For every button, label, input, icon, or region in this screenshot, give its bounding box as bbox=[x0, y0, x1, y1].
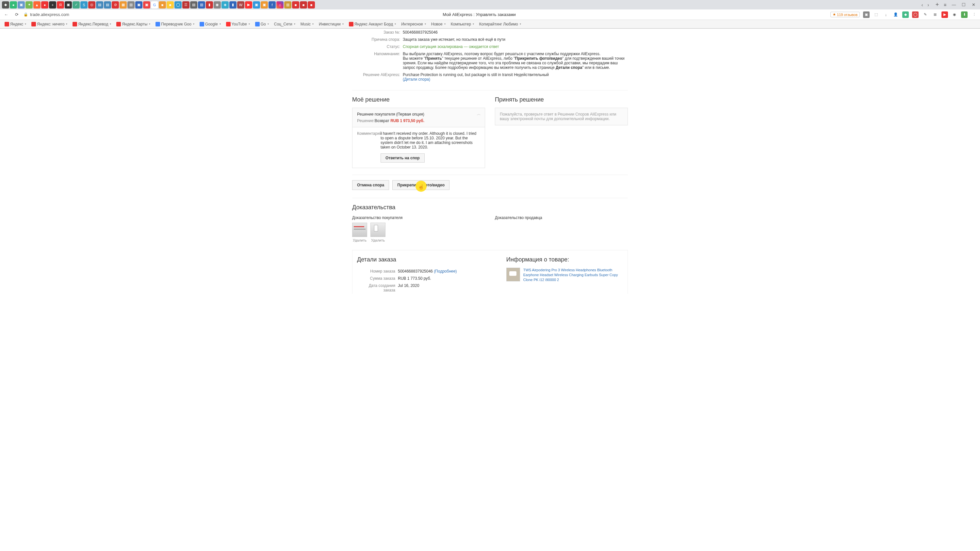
tab-item[interactable]: W bbox=[237, 1, 244, 8]
url-field[interactable]: 🔒 trade.aliexpress.com bbox=[24, 12, 128, 17]
order-sum-value: RUB 1 773.50 руб. bbox=[398, 276, 500, 281]
edit-icon[interactable]: ✎ bbox=[922, 11, 928, 18]
bookmark-item[interactable]: Google bbox=[197, 21, 223, 27]
solution-price: RUB 1 973,50 руб. bbox=[390, 119, 424, 123]
tab-item[interactable]: ● bbox=[41, 1, 48, 8]
tab-item[interactable]: ✓ bbox=[73, 1, 80, 8]
tab-item[interactable]: ▥ bbox=[198, 1, 205, 8]
new-tab-button[interactable]: + bbox=[934, 1, 941, 8]
tab-item[interactable]: ◉ bbox=[214, 1, 221, 8]
tab-item[interactable]: ■ bbox=[292, 1, 299, 8]
bookmark-item[interactable]: Соц_Сети bbox=[272, 21, 297, 27]
tab-item[interactable]: S bbox=[80, 1, 88, 8]
tab-item[interactable]: ▣ bbox=[18, 1, 25, 8]
extension-icon[interactable]: ↓ bbox=[883, 11, 889, 18]
reload-button[interactable]: ⟳ bbox=[13, 11, 20, 18]
bookmark-item[interactable]: Копирайтинг Любимо bbox=[477, 21, 523, 27]
tab-item[interactable]: ▶ bbox=[245, 1, 252, 8]
tab-item[interactable]: ⊘ bbox=[112, 1, 119, 8]
evidence-thumbnail[interactable] bbox=[371, 222, 385, 237]
tab-item[interactable]: ◆ bbox=[2, 1, 9, 8]
extension-icon[interactable]: ⊞ bbox=[932, 11, 938, 18]
bookmark-icon bbox=[116, 22, 121, 27]
bookmark-item[interactable]: Go bbox=[253, 21, 271, 27]
bookmark-item[interactable]: Компьютер bbox=[449, 21, 476, 27]
tab-item[interactable]: ▤ bbox=[104, 1, 111, 8]
extension-icon[interactable]: ◯ bbox=[912, 11, 919, 18]
extension-icon[interactable]: ⬇ bbox=[961, 11, 967, 18]
extension-icon[interactable]: ▶ bbox=[942, 11, 948, 18]
tab-item[interactable]: ◯ bbox=[175, 1, 181, 8]
back-button[interactable]: ← bbox=[3, 11, 10, 18]
tab-item[interactable]: ▥ bbox=[284, 1, 291, 8]
evidence-thumbnail[interactable] bbox=[352, 222, 367, 237]
reply-dispute-button[interactable]: Ответить на спор bbox=[380, 153, 425, 162]
extension-icon[interactable]: ◉ bbox=[951, 11, 958, 18]
bookmark-item[interactable]: Яндекс: ничего bbox=[29, 21, 69, 27]
url-text: trade.aliexpress.com bbox=[30, 12, 69, 17]
order-more-link[interactable]: (Подробнее) bbox=[434, 269, 457, 273]
tab-item[interactable]: ■ bbox=[167, 1, 174, 8]
tab-item[interactable]: ▮ bbox=[206, 1, 213, 8]
evidence-section: Доказательства Доказательство покупателя… bbox=[352, 198, 628, 242]
tab-item[interactable]: ■ bbox=[308, 1, 315, 8]
tabs-next-button[interactable]: › bbox=[926, 2, 930, 8]
tabs-menu-button[interactable]: ≡ bbox=[942, 1, 949, 8]
tab-item[interactable]: Я bbox=[57, 1, 64, 8]
bookmark-item[interactable]: Инвестиции bbox=[317, 21, 345, 27]
product-name-link[interactable]: TWS Airpodering Pro 3 Wireless Headphone… bbox=[523, 268, 623, 283]
bookmark-icon bbox=[73, 22, 77, 27]
tab-item[interactable]: ▦ bbox=[119, 1, 127, 8]
tab-item[interactable]: ⌂ bbox=[276, 1, 283, 8]
tab-item[interactable]: ▤ bbox=[190, 1, 197, 8]
tab-item[interactable]: ■ bbox=[300, 1, 307, 8]
dispute-details-link[interactable]: (Детали спора) bbox=[403, 77, 430, 82]
product-thumbnail[interactable] bbox=[506, 268, 520, 281]
tab-item[interactable]: ◈ bbox=[221, 1, 229, 8]
order-details-section: Детали заказа Номер заказа 5004668837925… bbox=[357, 256, 500, 294]
bookmark-item[interactable]: Яндекс bbox=[3, 21, 28, 27]
bookmark-item[interactable]: Яндекс Аккаунт Борд bbox=[347, 21, 398, 27]
tab-item[interactable]: ✦ bbox=[25, 1, 33, 8]
tab-item[interactable]: ▥ bbox=[127, 1, 135, 8]
delete-evidence-button[interactable]: Удалить bbox=[352, 238, 367, 242]
cancel-dispute-button[interactable]: Отмена спора bbox=[352, 180, 389, 190]
ali-decision-value: Purchase Protection is running out, but … bbox=[403, 73, 628, 82]
bookmark-item[interactable]: Яндекс.Карты bbox=[115, 21, 152, 27]
delete-evidence-button[interactable]: Удалить bbox=[371, 238, 385, 242]
tab-item[interactable]: G bbox=[151, 1, 158, 8]
extension-icon[interactable]: ▣ bbox=[863, 11, 870, 18]
extension-icon[interactable]: ◆ bbox=[902, 11, 909, 18]
collapse-icon[interactable]: ︿ bbox=[477, 111, 481, 117]
tab-item[interactable]: ▣ bbox=[261, 1, 268, 8]
window-maximize[interactable]: ☐ bbox=[959, 1, 968, 8]
window-minimize[interactable]: — bbox=[949, 1, 958, 8]
bookmark-item[interactable]: Яндекс.Перевод bbox=[70, 21, 113, 27]
reviews-badge[interactable]: ★119 отзывов bbox=[830, 12, 860, 17]
bookmark-item[interactable]: Переводчик Goo bbox=[154, 21, 196, 27]
tab-item[interactable]: ▣ bbox=[65, 1, 72, 8]
tab-item[interactable]: f bbox=[269, 1, 276, 8]
tab-item[interactable]: ● bbox=[10, 1, 17, 8]
bookmark-item[interactable]: Новое bbox=[429, 21, 447, 27]
attach-media-button[interactable]: Прикрепить фото/видео bbox=[392, 180, 450, 190]
bookmark-item[interactable]: Music bbox=[299, 21, 315, 27]
bookmark-item[interactable]: Интересное bbox=[399, 21, 428, 27]
window-close[interactable]: ✕ bbox=[969, 1, 978, 8]
bookmark-item[interactable]: YouTube bbox=[224, 21, 252, 27]
tabs-prev-button[interactable]: ‹ bbox=[920, 2, 924, 8]
tab-item[interactable]: ▲ bbox=[33, 1, 40, 8]
tab-item[interactable]: ▮ bbox=[229, 1, 237, 8]
tab-item[interactable]: ▣ bbox=[253, 1, 260, 8]
tab-item[interactable]: ☰ bbox=[182, 1, 189, 8]
tab-item[interactable]: ◎ bbox=[88, 1, 95, 8]
tab-item[interactable]: ■ bbox=[159, 1, 166, 8]
extension-icon[interactable]: ⬚ bbox=[873, 11, 880, 18]
tab-item[interactable]: + bbox=[49, 1, 56, 8]
tab-item[interactable]: ▤ bbox=[96, 1, 103, 8]
bookmark-icon bbox=[156, 22, 160, 27]
tab-item[interactable]: ▣ bbox=[135, 1, 142, 8]
user-icon[interactable]: 👤 bbox=[892, 11, 899, 18]
tab-item[interactable]: ▣ bbox=[143, 1, 150, 8]
menu-icon[interactable]: ⋮ bbox=[971, 11, 977, 18]
